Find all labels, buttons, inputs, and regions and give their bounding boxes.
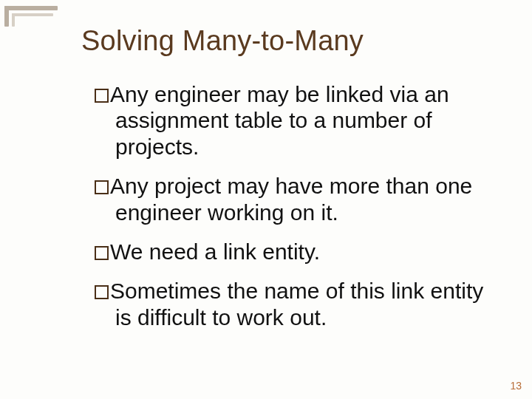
- corner-ornament: [0, 0, 66, 16]
- bullet-text: Any engineer may be linked via an assign…: [110, 82, 449, 159]
- bullet-item: We need a link entity.: [95, 239, 495, 265]
- bullet-item: Any project may have more than one engin…: [95, 173, 495, 225]
- page-number: 13: [510, 380, 522, 392]
- slide: Solving Many-to-Many Any engineer may be…: [0, 0, 532, 399]
- checkbox-icon: [95, 246, 109, 260]
- slide-title: Solving Many-to-Many: [81, 25, 364, 57]
- checkbox-icon: [95, 89, 109, 103]
- bullet-item: Sometimes the name of this link entity i…: [95, 278, 495, 330]
- bullet-item: Any engineer may be linked via an assign…: [95, 81, 495, 160]
- checkbox-icon: [95, 180, 109, 194]
- checkbox-icon: [95, 285, 109, 299]
- bullet-text: We need a link entity.: [110, 239, 320, 264]
- bullet-text: Sometimes the name of this link entity i…: [110, 279, 483, 329]
- slide-body: Any engineer may be linked via an assign…: [95, 81, 495, 344]
- bullet-text: Any project may have more than one engin…: [110, 174, 472, 224]
